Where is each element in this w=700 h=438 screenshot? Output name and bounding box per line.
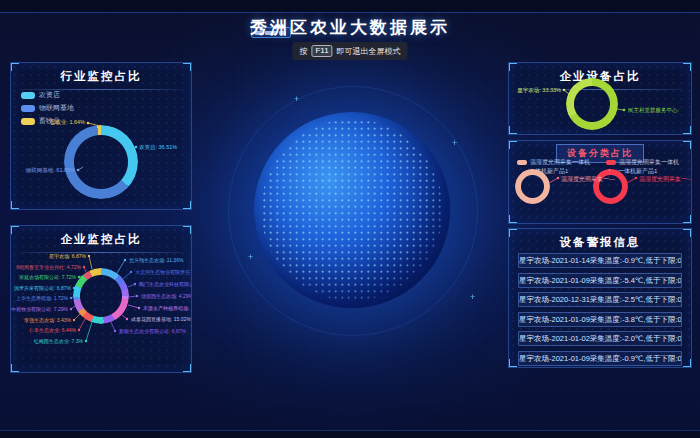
panel-title: 设备警报信息 [509, 235, 691, 250]
panel-corner [10, 364, 19, 373]
chart-callout: 绿茵园生态农场: 4.29% [141, 293, 192, 299]
panel-corner [683, 62, 692, 71]
panel-corner [183, 225, 192, 234]
legend-swatch [517, 160, 527, 165]
panel-device-class-ratio: 设备分类占比 温湿度光照采集一体机 一体机新产品1 温湿度光照采集一体机 一体机… [508, 140, 692, 224]
chart-callout: 6组周春宝专业合作社: 4.72% [11, 264, 81, 270]
chart-callout: 李强生态农场: 3.43% [11, 317, 71, 323]
chart-callout: 陶门生态农业科技有限公 [139, 281, 192, 287]
sparkle-icon: + [248, 252, 253, 262]
legend-item[interactable]: 物联网基地 [21, 103, 74, 113]
legend-label: 农资店 [39, 90, 60, 100]
alarm-row[interactable]: 星宇农场-2021-01-09采集温度:-3.8℃,低于下限:0℃ [518, 312, 682, 327]
equipment-donut-chart[interactable] [566, 78, 618, 130]
chart-callout: 民主村党群服务中心: [628, 107, 679, 114]
panel-corner [683, 126, 692, 135]
chart-callout: 成泰花园直播基地: 15.02% [131, 316, 191, 322]
alarm-list: 星宇农场-2021-01-14采集温度:-0.9℃,低于下限:0℃ 星宇农场-2… [518, 253, 682, 366]
panel-corner [508, 140, 517, 149]
chart-callout: 温湿度光照采集一— [639, 175, 692, 184]
globe-graphic [254, 112, 450, 308]
chart-callout: 上华生态养殖场: 1.72% [11, 295, 68, 301]
panel-equipment-ratio: 企业设备占比 星宇农场: 33.33% 民主村党群服务中心: [508, 62, 692, 135]
legend-item[interactable]: 温湿度光照采集一体机 [517, 158, 590, 167]
legend-label: 温湿度光照采集一体机 [619, 158, 679, 167]
legend-swatch [21, 105, 35, 112]
legend-swatch [21, 92, 35, 99]
panel-title: 行业监控占比 [11, 69, 191, 84]
panel-corner [10, 62, 19, 71]
chart-callout: 物联网基地: 61.85% [19, 167, 75, 174]
panel-device-alarms: 设备警报信息 星宇农场-2021-01-14采集温度:-0.9℃,低于下限:0℃… [508, 228, 692, 368]
alarm-row[interactable]: 星宇农场-2021-01-09采集温度:-5.4℃,低于下限:0℃ [518, 273, 682, 288]
chart-callout: 家庭农场有限公司: 7.72% [11, 274, 76, 280]
sparkle-icon: + [452, 138, 457, 148]
chart-callout: 温湿度光照采集一— [561, 175, 615, 184]
top-frame-bar [0, 0, 700, 13]
chart-callout: 中裕牧业有限公司: 7.29% [11, 306, 68, 312]
panel-industry-ratio: 行业监控占比 农资店 物联网基地 畜牧业 畜牧业: 1.64% 农资店: 36.… [10, 62, 192, 210]
chart-callout: 仁丰生态农业: 6.44% [11, 327, 76, 333]
chart-callout: 润禾开发有限公司: 6.87% [11, 285, 71, 291]
sparkle-icon: + [470, 292, 475, 302]
fullscreen-hint-toast: 按 F11 即可退出全屏模式 [292, 42, 407, 60]
alarm-row[interactable]: 星宇农场-2021-01-02采集温度:-2.0℃,低于下限:0℃ [518, 331, 682, 346]
chart-callout: 北斗翔生态农场: 11.36% [129, 257, 183, 263]
legend-item[interactable]: 农资店 [21, 90, 74, 100]
alarm-row[interactable]: 星宇农场-2021-01-14采集温度:-0.9℃,低于下限:0℃ [518, 253, 682, 268]
panel-corner [508, 62, 517, 71]
chart-callout: 新颖生态农业有限公司: 6.87% [119, 328, 186, 334]
panel-title: 企业监控占比 [11, 232, 191, 247]
legend-item[interactable]: 温湿度光照采集一体机 [606, 158, 679, 167]
industry-donut-chart[interactable] [64, 125, 138, 199]
chart-callout: 星宇农场: 6.87% [15, 253, 86, 259]
panel-corner [508, 228, 517, 237]
chart-callout: 农资店: 36.51% [139, 144, 177, 151]
panel-corner [683, 228, 692, 237]
hint-prefix: 按 [299, 46, 307, 57]
chart-callout: 星宇农场: 33.33% [511, 87, 561, 94]
alarm-row[interactable]: 星宇农场-2020-12-31采集温度:-2.5℃,低于下限:0℃ [518, 292, 682, 307]
panel-corner [10, 201, 19, 210]
panel-corner [10, 225, 19, 234]
chart-callout: 大运河生态牧业有限责任公 [135, 269, 192, 275]
panel-corner [508, 359, 517, 368]
panel-corner [508, 215, 517, 224]
panel-corner [183, 364, 192, 373]
hint-suffix: 即可退出全屏模式 [337, 46, 401, 57]
dashboard-stage: + + + + 秀洲区农业大数据展示 按 F11 即可退出全屏模式 行业监控占比… [0, 0, 700, 438]
chart-callout: 红梅园生态农业: 7.3% [11, 338, 83, 344]
panel-corner [183, 62, 192, 71]
panel-corner [508, 126, 517, 135]
panel-corner [683, 215, 692, 224]
panel-corner [183, 201, 192, 210]
bottom-frame-bar [0, 430, 700, 438]
alarm-row[interactable]: 星宇农场-2021-01-09采集温度:-0.9℃,低于下限:0℃ [518, 351, 682, 366]
device-class-left-donut[interactable] [515, 169, 550, 204]
legend-label: 温湿度光照采集一体机 [530, 158, 590, 167]
panel-enterprise-ratio: 企业监控占比 星宇农场: 6.87% 6组周春宝专业合作社: 4.72% 家庭农… [10, 225, 192, 373]
f11-key-badge: F11 [311, 45, 332, 57]
legend-label: 物联网基地 [39, 103, 74, 113]
legend-swatch [606, 160, 616, 165]
chart-callout: 畜牧业: 1.64% [19, 119, 85, 126]
page-title: 秀洲区农业大数据展示 [0, 16, 700, 39]
chart-callout: 丰源水产种植养殖场: 1. [143, 305, 192, 311]
panel-corner [683, 359, 692, 368]
enterprise-donut-chart[interactable] [73, 268, 129, 324]
panel-corner [683, 140, 692, 149]
sparkle-icon: + [294, 94, 299, 104]
